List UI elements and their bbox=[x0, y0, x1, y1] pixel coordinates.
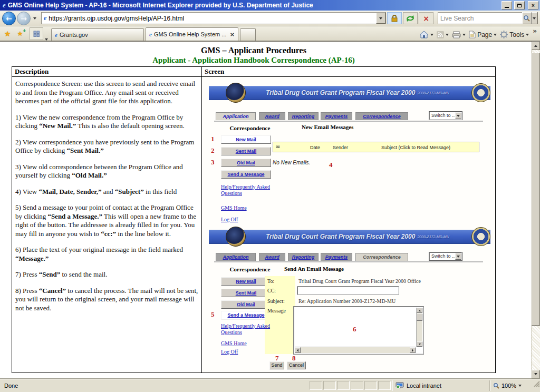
screen-column-header: Screen bbox=[202, 67, 495, 77]
gms-help-faq-link: Help/Frequently Asked Questions bbox=[221, 323, 282, 336]
gms-tab-baseline bbox=[214, 121, 483, 122]
tools-menu-label: Tools bbox=[509, 31, 524, 38]
print-button[interactable] bbox=[451, 31, 467, 38]
gms-tab-application: Application bbox=[216, 112, 256, 120]
tab-grants-gov[interactable]: e Grants.gov bbox=[51, 28, 144, 41]
ojp-seal-icon bbox=[471, 83, 490, 102]
add-favorite-button[interactable]: ★+ bbox=[14, 27, 26, 40]
forward-button[interactable]: → bbox=[17, 12, 31, 25]
address-bar: e bbox=[41, 12, 386, 24]
page-scrollbar[interactable] bbox=[531, 42, 540, 378]
scroll-up-icon bbox=[534, 45, 537, 47]
gms-banner-title: Tribal Drug Court Grant Program Fiscal Y… bbox=[251, 227, 464, 247]
chevron-down-icon bbox=[33, 17, 36, 19]
history-dropdown[interactable] bbox=[32, 17, 38, 19]
star-icon: ★ bbox=[17, 30, 23, 37]
tab-list-dropdown[interactable] bbox=[43, 38, 50, 41]
gms-cc-input bbox=[297, 287, 399, 295]
home-button[interactable] bbox=[418, 31, 435, 38]
resize-grip-icon bbox=[532, 379, 540, 387]
scrollbar-thumb[interactable] bbox=[532, 53, 540, 326]
doj-seal-icon bbox=[226, 227, 246, 247]
gms-help-faq-link: Help/Frequently Asked Questions bbox=[221, 184, 282, 197]
chevron-down-icon bbox=[494, 34, 497, 36]
status-segment bbox=[351, 381, 363, 390]
chevron-down-icon bbox=[455, 253, 461, 260]
favorites-center-button[interactable]: ★ bbox=[1, 27, 14, 40]
scroll-up-button[interactable] bbox=[532, 42, 540, 50]
gms-subject-value: Re: Application Number 2000-Z172-MD-MU bbox=[298, 298, 396, 304]
tab-gms-online-help[interactable]: e GMS Online Help System ... × bbox=[146, 27, 238, 41]
gms-email-list-header: ✉ Date Sender Subject (Click to Read Mes… bbox=[273, 142, 479, 152]
gms-switch-to-select: Switch to ... bbox=[429, 252, 462, 260]
minimize-icon bbox=[505, 7, 509, 8]
gms-content-heading: Send An Email Message bbox=[284, 266, 344, 272]
search-input[interactable] bbox=[438, 15, 522, 22]
gms-tab-correspondence: Correspondence bbox=[355, 112, 408, 120]
page-title: GMS – Applicant Procedures bbox=[12, 46, 496, 55]
gms-screenshot-send-message: Tribal Drug Court Grant Program Fiscal Y… bbox=[208, 224, 490, 373]
minimize-button[interactable] bbox=[502, 1, 512, 9]
doj-seal-icon bbox=[226, 83, 246, 103]
gms-old-mail-button: Old Mail bbox=[221, 300, 271, 309]
close-button[interactable]: × bbox=[528, 1, 538, 9]
chevron-down-icon bbox=[526, 34, 529, 36]
chevron-down-icon bbox=[45, 38, 48, 41]
gms-tab-baseline bbox=[214, 261, 483, 262]
toolbar-overflow-button[interactable]: » bbox=[532, 26, 539, 35]
home-icon bbox=[419, 31, 429, 38]
zoom-control[interactable]: 100% bbox=[489, 380, 532, 391]
chevron-down-icon bbox=[430, 34, 433, 36]
stop-button[interactable]: × bbox=[419, 12, 433, 24]
scroll-down-button[interactable] bbox=[532, 370, 540, 378]
status-segment bbox=[364, 381, 377, 390]
page-menu-label: Page bbox=[477, 31, 492, 38]
tab-label: GMS Online Help System ... bbox=[154, 31, 228, 37]
status-segment bbox=[310, 381, 322, 390]
gms-old-mail-button: Old Mail bbox=[221, 159, 271, 167]
feeds-icon bbox=[437, 31, 444, 38]
feeds-button[interactable] bbox=[436, 31, 450, 38]
gms-col-date: Date bbox=[310, 145, 320, 150]
security-lock-button[interactable] bbox=[387, 12, 402, 24]
tools-menu-button[interactable]: Tools bbox=[499, 31, 530, 38]
status-segment bbox=[337, 381, 350, 390]
description-paragraph: 5) Send a message to your point of conta… bbox=[15, 203, 198, 238]
tab-label: Grants.gov bbox=[60, 32, 140, 38]
gms-message-label: Message bbox=[267, 308, 286, 313]
textarea-horizontal-scrollbar bbox=[295, 347, 416, 353]
title-bar: e GMS Online Help System - AP-16 - Micro… bbox=[0, 0, 540, 11]
scrollbar-thumb bbox=[417, 313, 422, 321]
gms-program-name: Tribal Drug Court Grant Program Fiscal Y… bbox=[266, 233, 415, 240]
gms-program-name: Tribal Drug Court Grant Program Fiscal Y… bbox=[266, 89, 415, 96]
address-input[interactable] bbox=[49, 15, 376, 22]
gms-send-a-message-button: Send a Message bbox=[221, 170, 271, 179]
gms-grant-number: 2000-Z172-MD-MU bbox=[417, 235, 449, 239]
tab-close-icon[interactable]: × bbox=[230, 31, 235, 38]
ie-logo-icon: e bbox=[2, 1, 6, 9]
description-paragraph: 2) View correspondence you have previous… bbox=[15, 138, 198, 155]
refresh-button[interactable] bbox=[403, 12, 418, 24]
search-go-button[interactable] bbox=[522, 12, 532, 24]
textarea-vertical-scrollbar bbox=[416, 308, 422, 347]
resize-grip[interactable] bbox=[532, 379, 540, 392]
description-paragraph: 8) Press “Cancel” to cancel the process.… bbox=[15, 287, 198, 313]
quick-tabs-button[interactable] bbox=[30, 27, 43, 40]
chevron-down-icon bbox=[455, 112, 461, 119]
new-tab-stub[interactable] bbox=[240, 28, 256, 41]
search-options-dropdown[interactable] bbox=[532, 12, 537, 24]
address-dropdown-button[interactable] bbox=[376, 13, 385, 24]
gms-tab-correspondence: Correspondence bbox=[355, 253, 408, 261]
gms-log-off-link: Log Off bbox=[221, 217, 282, 223]
page-favicon-icon: e bbox=[42, 14, 49, 22]
gms-switch-to-label: Switch to ... bbox=[431, 113, 456, 118]
zoom-magnifier-icon bbox=[493, 383, 499, 389]
gms-col-subject: Subject (Click to Read Message) bbox=[381, 145, 450, 150]
back-button[interactable]: ← bbox=[2, 12, 16, 25]
page-menu-button[interactable]: Page bbox=[468, 31, 498, 38]
browser-window: e GMS Online Help System - AP-16 - Micro… bbox=[0, 0, 540, 392]
refresh-icon bbox=[406, 15, 414, 22]
quick-tabs-icon bbox=[33, 31, 40, 37]
restore-button[interactable] bbox=[514, 1, 525, 9]
scroll-down-icon bbox=[417, 341, 422, 347]
